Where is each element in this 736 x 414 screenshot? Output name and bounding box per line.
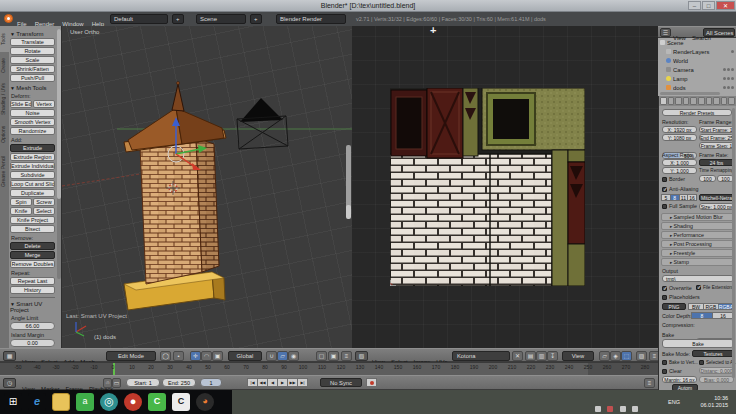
render-engine-select[interactable]: Blender Render: [276, 14, 346, 24]
overwrite-checkbox[interactable]: Overwrite: [662, 285, 692, 291]
editor-type-uv-icon[interactable]: ▧: [355, 351, 368, 361]
bake-bias-field[interactable]: Bias: 0.000: [699, 376, 734, 383]
close-button[interactable]: ✕: [716, 1, 735, 10]
tab-object-icon[interactable]: [690, 97, 697, 105]
blender-taskbar-icon[interactable]: ◕: [196, 393, 214, 411]
placeholders-checkbox[interactable]: Placeholders: [662, 294, 700, 300]
render-opengl-anim-icon[interactable]: ▣: [328, 351, 339, 361]
media-app-icon[interactable]: ◎: [100, 393, 118, 411]
image-open-icon[interactable]: ▥: [536, 351, 547, 361]
capture-app-icon[interactable]: C: [172, 393, 190, 411]
output-panel-header[interactable]: Output: [662, 268, 678, 274]
aa-samples-segment[interactable]: 58 1116: [662, 194, 697, 201]
aspect-y-field[interactable]: Y: 1.000: [662, 167, 697, 174]
tab-modifiers-icon[interactable]: [706, 97, 713, 105]
tool-button[interactable]: Loop Cut and Slide: [10, 180, 55, 188]
knife-select-button[interactable]: Select: [33, 207, 55, 215]
tool-button[interactable]: Shrink/Fatten: [10, 65, 55, 73]
uv-sync-select-icon[interactable]: ⬚: [621, 351, 632, 361]
tool-button[interactable]: Noise: [10, 109, 55, 117]
end-frame-field[interactable]: End Frame: 250: [699, 134, 734, 141]
uv-paint-icon[interactable]: ▨: [636, 351, 647, 361]
outliner-row-renderlayers[interactable]: RenderLayers: [658, 47, 736, 56]
camera-toggles[interactable]: [723, 68, 734, 71]
tab-options[interactable]: Options: [0, 120, 9, 148]
panel-transform[interactable]: Transform: [10, 31, 55, 37]
start-button[interactable]: ⊞: [4, 393, 22, 411]
outliner-hscrollbar[interactable]: [660, 92, 720, 95]
border-checkbox[interactable]: Border: [662, 176, 685, 182]
current-frame-field[interactable]: 1: [200, 378, 222, 387]
maximize-button[interactable]: □: [702, 1, 715, 10]
manipulator-rotate-icon[interactable]: ◠: [201, 351, 212, 361]
red-app-icon[interactable]: ●: [124, 393, 142, 411]
snap-magnet-icon[interactable]: ∪: [266, 351, 277, 361]
angle-limit-field[interactable]: 66.00: [10, 322, 55, 330]
outliner-row-world[interactable]: World: [658, 56, 736, 65]
screen-layout-select[interactable]: Default: [110, 14, 168, 24]
tool-button[interactable]: Push/Pull: [10, 74, 55, 82]
tool-button[interactable]: Translate: [10, 38, 55, 46]
tab-grease-pencil[interactable]: Grease Pencil: [0, 148, 9, 194]
tab-create[interactable]: Create: [0, 52, 9, 78]
bake-to-vertex-checkbox[interactable]: Bake to Vert...: [662, 360, 698, 365]
camtasia-icon[interactable]: C: [148, 393, 166, 411]
file-format-select[interactable]: PNG: [662, 303, 686, 310]
bake-mode-select[interactable]: Textures: [692, 350, 734, 357]
viewport-3d[interactable]: User Ortho: [62, 26, 352, 348]
aspect-x-field[interactable]: X: 1.000: [662, 159, 697, 166]
green-app-icon[interactable]: a: [76, 393, 94, 411]
image-new-icon[interactable]: ▤: [525, 351, 536, 361]
remap-old-field[interactable]: 100: [699, 175, 716, 182]
editor-type-3d-icon[interactable]: ▦: [3, 351, 16, 361]
bake-button[interactable]: Bake: [662, 339, 734, 348]
bake-distance-field[interactable]: Distanc: 0.000: [699, 367, 734, 374]
outliner-row-lamp[interactable]: Lamp: [658, 74, 736, 83]
tool-button[interactable]: Knife Project: [10, 216, 55, 224]
tray-volume-icon[interactable]: [632, 406, 638, 412]
render-opengl-icon[interactable]: ▢: [316, 351, 327, 361]
pivot-point-icon[interactable]: •: [173, 351, 184, 361]
lamp-toggles[interactable]: [723, 77, 734, 80]
start-frame-field[interactable]: Start Frame: 1: [699, 126, 734, 133]
screen-add-button[interactable]: +: [172, 14, 184, 24]
tool-button[interactable]: Extrude Region: [10, 153, 55, 161]
tray-up-icon[interactable]: [595, 406, 601, 412]
panel-header[interactable]: Sampled Motion Blur: [661, 213, 734, 221]
mesh-toggles[interactable]: [723, 86, 734, 89]
timeline-ruler[interactable]: -50-40-30-20-100102030405060708090100110…: [0, 362, 658, 375]
file-explorer-icon[interactable]: [52, 393, 70, 411]
menu-item[interactable]: View: [673, 32, 686, 45]
screw-button[interactable]: Screw: [33, 198, 55, 206]
tab-world-icon[interactable]: [683, 97, 690, 105]
tab-shading-uvs[interactable]: Shading / UVs: [0, 78, 9, 120]
resolution-x-field[interactable]: X: 1920 px: [662, 126, 697, 133]
tool-shelf-scrollbar[interactable]: [57, 29, 61, 279]
image-unlink-icon[interactable]: ✕: [512, 351, 523, 361]
record-button[interactable]: [366, 378, 377, 387]
aa-size-field[interactable]: Size: 1.000 px: [699, 203, 734, 210]
end-frame-pill[interactable]: End: 250: [162, 378, 196, 387]
header-collapse-icon[interactable]: ≡: [341, 351, 352, 361]
tool-button[interactable]: Scale: [10, 56, 55, 64]
bake-margin-field[interactable]: Margin: 16 px: [662, 376, 697, 383]
spin-button[interactable]: Spin: [10, 198, 32, 206]
tool-menu-button[interactable]: Merge: [10, 251, 55, 259]
resolution-y-field[interactable]: Y: 1080 px: [662, 134, 697, 141]
knife-button[interactable]: Knife: [10, 207, 32, 215]
aa-filter-select[interactable]: Mitchell-Netra: [699, 194, 734, 201]
clear-checkbox[interactable]: Clear: [662, 368, 682, 374]
uv-select-mode-icon[interactable]: ◈: [610, 351, 621, 361]
extrude-button[interactable]: Extrude: [10, 144, 55, 152]
editor-type-outliner-icon[interactable]: ☰: [660, 28, 671, 37]
tab-render-layers-icon[interactable]: [668, 97, 675, 105]
tray-icons[interactable]: [595, 398, 640, 414]
minimize-button[interactable]: –: [688, 1, 701, 10]
panel-header[interactable]: Performance: [661, 231, 734, 239]
bake-panel-header[interactable]: Bake: [662, 332, 674, 338]
tool-button[interactable]: Remove Doubles: [10, 260, 55, 268]
image-pin-icon[interactable]: ↧: [547, 351, 558, 361]
channels-segment[interactable]: BWRGB RGBA: [689, 303, 734, 310]
panel-header[interactable]: Stamp: [661, 258, 734, 266]
viewport-shading-icon[interactable]: ◯: [160, 351, 171, 361]
